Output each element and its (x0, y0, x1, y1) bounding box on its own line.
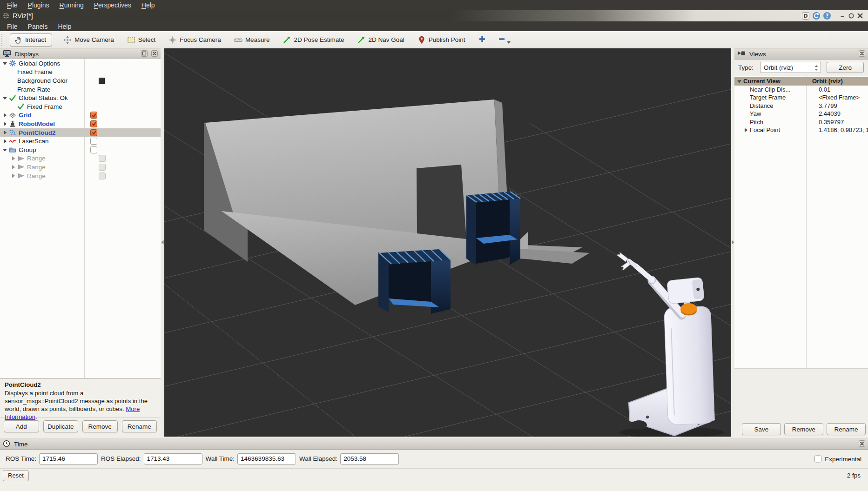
checkbox-checked[interactable] (90, 129, 97, 136)
views-row-target-frame[interactable]: Target Frame<Fixed Frame> (734, 93, 868, 102)
tool-measure[interactable]: Measure (231, 34, 273, 46)
checkbox-disabled[interactable] (99, 164, 106, 171)
expand-arrow[interactable] (3, 148, 7, 152)
expand-arrow[interactable] (11, 174, 15, 178)
expand-arrow[interactable] (744, 128, 748, 132)
tool-2d-nav-goal[interactable]: 2D Nav Goal (354, 34, 407, 46)
global-menu-perspectives[interactable]: Perspectives (89, 0, 136, 10)
dropdown-caret-icon[interactable] (507, 41, 511, 44)
views-tree: Current ViewOrbit (rviz)Near Clip Dis...… (734, 76, 868, 369)
displays-row-group[interactable]: Group (0, 146, 161, 154)
displays-row-robotmodel[interactable]: RobotModel (0, 119, 161, 128)
close-panel-icon[interactable] (151, 50, 158, 57)
toolbar-drag-handle[interactable] (1, 34, 5, 46)
view-type-select[interactable]: Orbit (rviz) (760, 62, 821, 73)
remove-view-button[interactable]: Remove (784, 423, 823, 435)
displays-row-global-status-ok[interactable]: Global Status: Ok (0, 93, 161, 102)
ros-elapsed-input[interactable] (144, 453, 202, 464)
tool-select[interactable]: Select (124, 34, 159, 46)
displays-row-laserscan[interactable]: LaserScan (0, 137, 161, 146)
checkbox-checked[interactable] (90, 112, 97, 119)
row-value: <Fixed Frame> (819, 94, 860, 101)
tool-move-camera[interactable]: Move Camera (61, 34, 117, 46)
checkbox-checked[interactable] (90, 120, 97, 127)
expand-arrow[interactable] (3, 139, 7, 143)
wall-elapsed-input[interactable] (340, 453, 399, 464)
left-splitter[interactable] (161, 48, 164, 438)
tool-label: Select (138, 36, 156, 43)
robot-icon (9, 120, 16, 127)
displays-row-global-options[interactable]: Global Options (0, 59, 161, 68)
expand-arrow[interactable] (3, 96, 7, 100)
help-icon[interactable]: ? (823, 12, 831, 20)
expand-arrow[interactable] (3, 131, 7, 135)
collapse-right-icon[interactable] (732, 240, 734, 438)
experimental-checkbox[interactable] (814, 455, 821, 462)
displays-row-range[interactable]: Range (0, 172, 161, 180)
expand-arrow[interactable] (737, 79, 741, 83)
wall-time-input[interactable] (237, 453, 296, 464)
displays-row-pointcloud2[interactable]: PointCloud2 (0, 128, 161, 137)
rename-button[interactable]: Rename (122, 420, 157, 432)
app-menu-panels[interactable]: Panels (23, 21, 53, 31)
app-menu-file[interactable]: File (2, 21, 23, 31)
global-menu-file[interactable]: File (2, 0, 23, 10)
close-panel-icon[interactable] (859, 50, 865, 57)
checkbox-disabled[interactable] (99, 173, 106, 179)
global-menu-help[interactable]: Help (136, 0, 160, 10)
displays-row-fixed-frame[interactable]: Fixed Frame (0, 68, 161, 77)
displays-row-frame-rate[interactable]: Frame Rate (0, 85, 161, 94)
float-panel-icon[interactable] (141, 50, 148, 57)
app-menu-help[interactable]: Help (53, 21, 76, 31)
expand-arrow[interactable] (3, 61, 7, 66)
row-value: 3.7799 (819, 102, 837, 109)
displays-row-range[interactable]: Range (0, 154, 161, 163)
zero-button[interactable]: Zero (827, 62, 864, 73)
undock-icon[interactable] (812, 12, 821, 20)
duplicate-button[interactable]: Duplicate (43, 420, 79, 432)
expand-arrow[interactable] (3, 122, 7, 126)
pose-arrow-icon (283, 36, 291, 44)
close-panel-icon[interactable] (859, 440, 865, 447)
expand-arrow[interactable] (3, 113, 7, 117)
nav-arrow-icon (357, 36, 365, 44)
views-row-focal-point[interactable]: Focal Point1.4186; 0.98723; 1.1... (734, 126, 868, 134)
tool-2d-pose-estimate[interactable]: 2D Pose Estimate (280, 34, 347, 46)
zoom-in-tool[interactable] (478, 35, 486, 45)
viewport-3d[interactable] (164, 48, 731, 437)
reset-button[interactable]: Reset (3, 470, 29, 481)
views-row-distance[interactable]: Distance3.7799 (734, 102, 868, 110)
minimize-icon[interactable] (839, 13, 846, 19)
displays-row-grid[interactable]: Grid (0, 111, 161, 120)
collapse-left-icon[interactable] (161, 240, 164, 438)
tool-interact[interactable]: Interact (10, 33, 52, 46)
close-icon[interactable] (857, 13, 863, 19)
checkbox-unchecked[interactable] (90, 138, 97, 145)
views-row-near-clip-dis[interactable]: Near Clip Dis...0.01 (734, 86, 868, 94)
ros-time-input[interactable] (39, 453, 98, 464)
global-menu-plugins[interactable]: Plugins (23, 0, 54, 10)
zoom-out-tool[interactable] (498, 35, 511, 45)
global-menu-running[interactable]: Running (54, 0, 89, 10)
tool-focus-camera[interactable]: Focus Camera (166, 34, 224, 46)
dock-d-icon[interactable]: D (801, 12, 810, 20)
views-row-current-view[interactable]: Current ViewOrbit (rviz) (734, 77, 868, 86)
expand-arrow[interactable] (11, 165, 15, 169)
rename-view-button[interactable]: Rename (827, 423, 866, 435)
displays-row-background-color[interactable]: Background Color (0, 76, 161, 85)
remove-button[interactable]: Remove (82, 420, 118, 432)
right-splitter[interactable] (731, 48, 734, 438)
tool-publish-point[interactable]: Publish Point (415, 34, 468, 46)
displays-row-fixed-frame[interactable]: Fixed Frame (0, 102, 161, 111)
maximize-icon[interactable] (848, 13, 855, 19)
views-row-pitch[interactable]: Pitch0.359797 (734, 118, 868, 126)
checkbox-disabled[interactable] (99, 155, 106, 162)
spinner-arrows-icon[interactable] (814, 64, 819, 72)
move-camera-icon (63, 36, 72, 44)
add-button[interactable]: Add (4, 420, 39, 432)
save-view-button[interactable]: Save (742, 423, 781, 435)
displays-row-range[interactable]: Range (0, 163, 161, 172)
views-row-yaw[interactable]: Yaw2.44039 (734, 110, 868, 118)
checkbox-unchecked[interactable] (90, 146, 97, 153)
expand-arrow[interactable] (11, 156, 15, 160)
